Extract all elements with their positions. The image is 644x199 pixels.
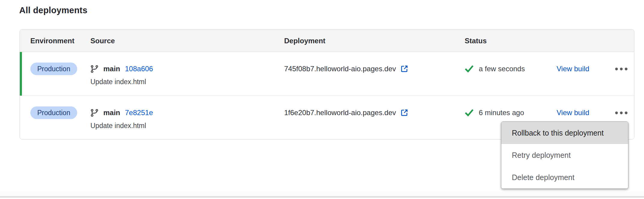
column-header-deployment: Deployment [284, 29, 325, 52]
environment-badge: Production [30, 106, 77, 119]
menu-item-retry[interactable]: Retry deployment [501, 144, 628, 166]
deployment-url: 745f08b7.helloworld-aio.pages.dev [284, 65, 396, 73]
footer-band [0, 191, 644, 196]
table-header-row: Environment Source Deployment Status [20, 29, 634, 52]
deployment-context-menu: Rollback to this deployment Retry deploy… [501, 121, 628, 189]
external-link-icon[interactable] [400, 65, 409, 73]
branch-name: main [103, 109, 120, 117]
check-icon [465, 64, 474, 73]
commit-message: Update index.html [90, 122, 146, 130]
git-branch-icon [90, 65, 99, 73]
ellipsis-dot [615, 112, 618, 114]
current-deployment-indicator [20, 52, 22, 96]
ellipsis-dot [620, 68, 623, 70]
menu-item-rollback[interactable]: Rollback to this deployment [501, 122, 628, 144]
deployment-cell: 745f08b7.helloworld-aio.pages.dev [284, 63, 409, 75]
environment-cell: Production [30, 106, 77, 119]
column-header-environment: Environment [30, 29, 74, 52]
page-title: All deployments [19, 5, 87, 15]
commit-message: Update index.html [90, 78, 146, 86]
view-build-link[interactable]: View build [557, 65, 589, 73]
ellipsis-dot [625, 112, 627, 114]
environment-badge: Production [30, 63, 77, 75]
deployment-url: 1f6e20b7.helloworld-aio.pages.dev [284, 109, 396, 117]
view-build-cell: View build [557, 63, 589, 75]
commit-link[interactable]: 108a606 [125, 65, 153, 73]
table-row: Production main 108a606 Update index.htm… [20, 52, 634, 96]
status-cell: a few seconds [465, 63, 525, 75]
column-header-status: Status [465, 29, 487, 52]
ellipsis-menu-button[interactable] [609, 63, 633, 75]
environment-cell: Production [30, 63, 77, 75]
external-link-icon[interactable] [400, 109, 409, 117]
ellipsis-dot [615, 68, 618, 70]
status-time: a few seconds [479, 65, 525, 73]
git-branch-icon [90, 109, 99, 117]
status-cell: 6 minutes ago [465, 106, 524, 119]
view-build-link[interactable]: View build [557, 109, 589, 117]
ellipsis-dot [620, 112, 623, 114]
menu-item-delete[interactable]: Delete deployment [501, 166, 628, 188]
source-cell: main 108a606 [90, 63, 153, 75]
deployments-page: All deployments Environment Source Deplo… [0, 0, 644, 199]
ellipsis-menu-button[interactable] [609, 106, 633, 119]
column-header-source: Source [90, 29, 115, 52]
ellipsis-dot [625, 68, 627, 70]
deployment-cell: 1f6e20b7.helloworld-aio.pages.dev [284, 106, 409, 119]
branch-name: main [103, 65, 120, 73]
status-time: 6 minutes ago [479, 109, 524, 117]
check-icon [465, 108, 474, 117]
commit-link[interactable]: 7e8251e [125, 109, 153, 117]
source-cell: main 7e8251e [90, 106, 153, 119]
footer-divider [0, 196, 644, 197]
view-build-cell: View build [557, 106, 589, 119]
